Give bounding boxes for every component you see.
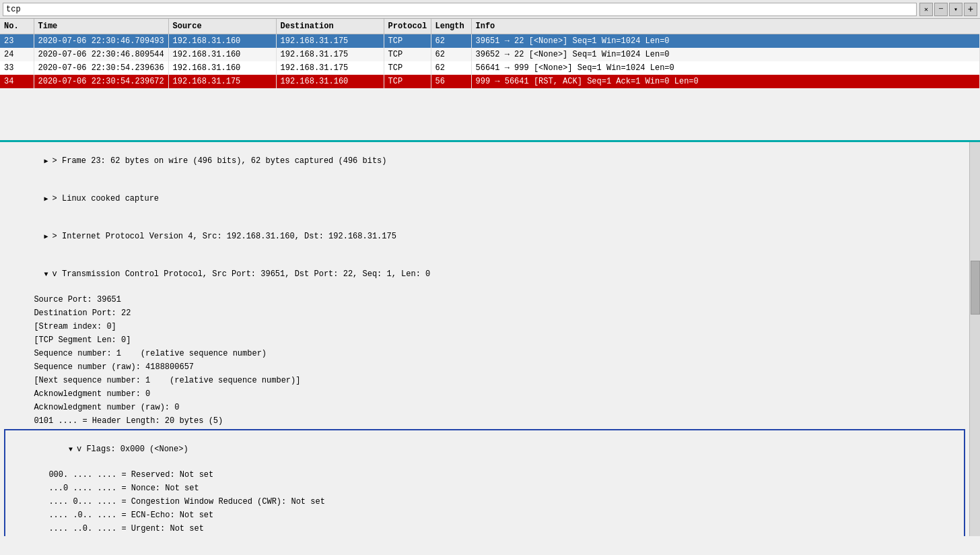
table-cell: 2020-07-06 22:30:46.809544 xyxy=(34,48,168,61)
table-cell: 192.168.31.175 xyxy=(276,48,384,61)
title-bar: ✕ ─ ▾ + xyxy=(0,0,980,19)
col-header-protocol[interactable]: Protocol xyxy=(384,19,431,34)
table-cell: 2020-07-06 22:30:54.239672 xyxy=(34,75,168,88)
table-cell: 62 xyxy=(431,61,471,75)
table-cell: 24 xyxy=(0,48,34,61)
col-header-time[interactable]: Time xyxy=(34,19,168,34)
detail-pane: ▶> Frame 23: 62 bytes on wire (496 bits)… xyxy=(0,142,980,536)
table-cell: 39651 → 22 [<None>] Seq=1 Win=1024 Len=0 xyxy=(471,34,980,48)
table-cell: 56 xyxy=(431,75,471,88)
table-cell: 192.168.31.160 xyxy=(168,61,276,75)
flag-field-line: ...0 .... .... = Nonce: Not set xyxy=(5,482,964,495)
flags-section-box: ▼v Flags: 0x000 (<None>) 000. .... .... … xyxy=(4,429,965,536)
table-cell: 23 xyxy=(0,34,34,48)
linux-tree-item[interactable]: ▶> Linux cooked capture xyxy=(0,180,969,218)
linux-text: > Linux cooked capture xyxy=(53,194,159,203)
flag-field-line: .... .0.. .... = ECN-Echo: Not set xyxy=(5,509,964,522)
table-cell: 192.168.31.175 xyxy=(276,61,384,75)
tcp-field-line: [TCP Segment Len: 0] xyxy=(0,333,969,347)
table-cell: TCP xyxy=(384,48,431,61)
close-icon: ✕ xyxy=(924,5,928,13)
add-icon: + xyxy=(968,4,973,15)
minimize-icon: ─ xyxy=(939,5,943,13)
table-cell: TCP xyxy=(384,61,431,75)
table-cell: 33 xyxy=(0,61,34,75)
table-row[interactable]: 342020-07-06 22:30:54.239672192.168.31.1… xyxy=(0,75,980,88)
table-cell: 34 xyxy=(0,75,34,88)
flag-field-line: .... ..0. .... = Urgent: Not set xyxy=(5,522,964,535)
expand-arrow-flags: ▼ xyxy=(69,445,77,455)
tcp-header-text: v Transmission Control Protocol, Src Por… xyxy=(53,269,431,279)
table-row[interactable]: 332020-07-06 22:30:54.239636192.168.31.1… xyxy=(0,61,980,75)
table-cell: 192.168.31.160 xyxy=(168,48,276,61)
tcp-field-line: [Next sequence number: 1 (relative seque… xyxy=(0,374,969,387)
table-cell: 39652 → 22 [<None>] Seq=1 Win=1024 Len=0 xyxy=(471,48,980,61)
tcp-field-line: [Stream index: 0] xyxy=(0,320,969,333)
ip-text: > Internet Protocol Version 4, Src: 192.… xyxy=(53,232,396,241)
table-cell: 2020-07-06 22:30:54.239636 xyxy=(34,61,168,75)
frame-tree-item[interactable]: ▶> Frame 23: 62 bytes on wire (496 bits)… xyxy=(0,142,969,180)
col-header-info[interactable]: Info xyxy=(471,19,980,34)
col-header-length[interactable]: Length xyxy=(431,19,471,34)
detail-scrollbar[interactable] xyxy=(969,142,980,536)
tcp-field-line: Source Port: 39651 xyxy=(0,293,969,306)
col-header-destination[interactable]: Destination xyxy=(276,19,384,34)
flag-field-line: .... 0... .... = Congestion Window Reduc… xyxy=(5,495,964,509)
minimize-button[interactable]: ─ xyxy=(934,3,948,16)
filter-input[interactable] xyxy=(3,3,917,16)
scrollbar-thumb[interactable] xyxy=(971,261,980,315)
flag-fields-container: 000. .... .... = Reserved: Not set ...0 … xyxy=(5,468,964,536)
table-row[interactable]: 232020-07-06 22:30:46.709493192.168.31.1… xyxy=(0,34,980,48)
expand-arrow-ip: ▶ xyxy=(44,232,53,242)
tcp-field-line: 0101 .... = Header Length: 20 bytes (5) xyxy=(0,414,969,428)
table-cell: 2020-07-06 22:30:46.709493 xyxy=(34,34,168,48)
tcp-field-line: Sequence number: 1 (relative sequence nu… xyxy=(0,347,969,360)
expand-arrow-linux: ▶ xyxy=(44,194,53,204)
col-header-source[interactable]: Source xyxy=(168,19,276,34)
packet-list-pane: No. Time Source Destination Protocol Len… xyxy=(0,19,980,140)
tcp-field-line: Acknowledgment number (raw): 0 xyxy=(0,401,969,414)
expand-arrow-frame: ▶ xyxy=(44,156,53,166)
table-cell: TCP xyxy=(384,75,431,88)
flag-field-line: 000. .... .... = Reserved: Not set xyxy=(5,468,964,482)
flag-field-line: .... ...0 .... = Acknowledgment: Not set xyxy=(5,535,964,536)
table-cell: 56641 → 999 [<None>] Seq=1 Win=1024 Len=… xyxy=(471,61,980,75)
tcp-field-line: Acknowledgment number: 0 xyxy=(0,387,969,401)
expand-arrow-tcp: ▼ xyxy=(44,269,53,280)
table-cell: TCP xyxy=(384,34,431,48)
add-tab-button[interactable]: + xyxy=(964,3,977,16)
table-cell: 192.168.31.160 xyxy=(276,75,384,88)
table-cell: 999 → 56641 [RST, ACK] Seq=1 Ack=1 Win=0… xyxy=(471,75,980,88)
table-cell: 62 xyxy=(431,48,471,61)
detail-scroll-area[interactable]: ▶> Frame 23: 62 bytes on wire (496 bits)… xyxy=(0,142,980,536)
table-cell: 192.168.31.160 xyxy=(168,34,276,48)
col-header-no[interactable]: No. xyxy=(0,19,34,34)
flags-tree-item[interactable]: ▼v Flags: 0x000 (<None>) xyxy=(5,430,964,468)
table-row[interactable]: 242020-07-06 22:30:46.809544192.168.31.1… xyxy=(0,48,980,61)
tcp-field-line: Destination Port: 22 xyxy=(0,306,969,320)
tcp-tree-item[interactable]: ▼v Transmission Control Protocol, Src Po… xyxy=(0,255,969,293)
frame-text: > Frame 23: 62 bytes on wire (496 bits),… xyxy=(53,156,387,166)
dropdown-button[interactable]: ▾ xyxy=(949,3,963,16)
ip-tree-item[interactable]: ▶> Internet Protocol Version 4, Src: 192… xyxy=(0,218,969,255)
table-cell: 62 xyxy=(431,34,471,48)
chevron-down-icon: ▾ xyxy=(954,5,958,13)
packet-table: No. Time Source Destination Protocol Len… xyxy=(0,19,980,88)
close-button[interactable]: ✕ xyxy=(919,3,933,16)
flags-header-text: v Flags: 0x000 (<None>) xyxy=(77,445,188,454)
table-cell: 192.168.31.175 xyxy=(276,34,384,48)
table-header-row: No. Time Source Destination Protocol Len… xyxy=(0,19,980,34)
tcp-field-line: Sequence number (raw): 4188800657 xyxy=(0,360,969,374)
tcp-fields-container: Source Port: 39651 Destination Port: 22 … xyxy=(0,293,969,428)
table-cell: 192.168.31.175 xyxy=(168,75,276,88)
